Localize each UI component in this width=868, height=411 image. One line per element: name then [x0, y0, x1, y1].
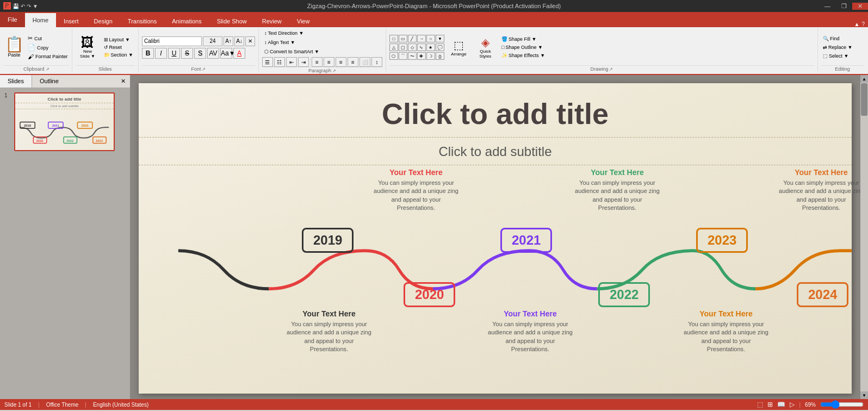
shape-outline-btn[interactable]: □Shape Outline ▼ [500, 44, 547, 51]
close-panel-btn[interactable]: ✕ [116, 75, 130, 88]
shape-star-btn[interactable]: ★ [426, 43, 435, 51]
slide-title-text[interactable]: Click to add title [171, 97, 819, 130]
arrange-btn[interactable]: ⬚ Arrange [447, 38, 471, 58]
font-color-btn[interactable]: A [233, 48, 245, 59]
cols-btn[interactable]: ⬜ [359, 57, 370, 67]
align-right-btn[interactable]: ≡ [336, 57, 346, 67]
tab-review[interactable]: Review [255, 15, 289, 27]
shape-line-btn[interactable]: ╱ [408, 35, 417, 42]
scrollbar-up-btn[interactable]: ▲ [860, 75, 868, 83]
redo-icon[interactable]: ↷ [27, 3, 31, 9]
bullets-btn[interactable]: ☰ [262, 57, 273, 67]
minimize-btn[interactable]: — [819, 3, 836, 10]
year-box-2023[interactable]: 2023 [696, 228, 748, 253]
shape-rnd-btn[interactable]: ▢ [399, 43, 407, 51]
format-painter-button[interactable]: 🖌Format Painter [26, 53, 70, 60]
layout-button[interactable]: ⊞Layout ▼ [102, 36, 135, 43]
section-button[interactable]: 📁Section ▼ [102, 52, 135, 58]
shape-curve-btn[interactable]: ∿ [417, 43, 426, 51]
tab-design[interactable]: Design [86, 15, 120, 27]
quick-styles-btn[interactable]: ◈ QuickStyles [473, 35, 498, 60]
shape-brackets-btn[interactable]: {} [436, 52, 444, 60]
bold-btn[interactable]: B [142, 48, 154, 59]
convert-smartart-btn[interactable]: ⬡Convert to SmartArt ▼ [262, 48, 321, 55]
cut-button[interactable]: ✂Cut [26, 34, 70, 42]
vertical-scrollbar[interactable]: ▲ ▼ [860, 75, 868, 399]
font-expand-icon[interactable]: ↗ [202, 67, 206, 72]
tab-home[interactable]: Home [25, 12, 56, 27]
tab-transitions[interactable]: Transitions [120, 15, 164, 27]
tab-slide-show[interactable]: Slide Show [209, 15, 255, 27]
tab-file[interactable]: File [0, 12, 25, 27]
change-case-btn[interactable]: Aa▼ [220, 48, 232, 59]
font-size-input[interactable]: 24 [203, 36, 222, 46]
align-center-btn[interactable]: ≡ [324, 57, 334, 67]
shape-flowchart-btn[interactable]: ⬡ [389, 52, 398, 60]
decrease-font-size-btn[interactable]: A↓ [234, 36, 244, 46]
justify-btn[interactable]: ≡ [348, 57, 358, 67]
shape-cross-btn[interactable]: ✚ [417, 52, 426, 60]
scrollbar-thumb[interactable] [861, 83, 867, 116]
tab-insert[interactable]: Insert [56, 15, 86, 27]
outline-tab[interactable]: Outline [32, 75, 66, 88]
tab-view[interactable]: View [289, 15, 318, 27]
year-box-2022[interactable]: 2022 [598, 282, 650, 307]
align-left-btn[interactable]: ≡ [312, 57, 323, 67]
ribbon-collapse-icon[interactable]: ▲ [854, 21, 860, 27]
font-name-input[interactable] [142, 36, 202, 46]
numbering-btn[interactable]: ☷ [274, 57, 285, 67]
underline-btn[interactable]: U [168, 48, 180, 59]
paste-button[interactable]: 📋 Paste [3, 29, 25, 65]
clear-formatting-btn[interactable]: ✕ [245, 36, 255, 46]
slide-item-1[interactable]: 1 Click to add title Click to add subtit… [4, 92, 126, 151]
maximize-btn[interactable]: ❐ [836, 3, 852, 10]
paragraph-expand-icon[interactable]: ↗ [332, 68, 336, 73]
tab-animations[interactable]: Animations [164, 15, 209, 27]
shape-tri-btn[interactable]: △ [389, 43, 398, 51]
shape-wave-btn[interactable]: 〜 [408, 52, 417, 60]
slide-canvas[interactable]: Click to add title Click to add subtitle [139, 83, 852, 394]
view-sorter-btn[interactable]: ⊞ [767, 401, 773, 408]
zoom-slider[interactable] [820, 402, 864, 407]
copy-button[interactable]: 📄Copy [26, 43, 70, 52]
new-slide-button[interactable]: 🖼 NewSlide ▼ [76, 35, 100, 60]
year-box-2020[interactable]: 2020 [404, 282, 455, 307]
help-icon[interactable]: ? [861, 21, 865, 27]
shape-fill-btn[interactable]: 🪣Shape Fill ▼ [500, 36, 547, 42]
shape-rect2-btn[interactable]: ▭ [399, 35, 407, 42]
view-slideshow-btn[interactable]: ▷ [790, 401, 795, 408]
shadow-btn[interactable]: S [194, 48, 206, 59]
save-icon[interactable]: 💾 [13, 3, 19, 9]
drawing-expand-icon[interactable]: ↗ [609, 67, 613, 72]
slide-subtitle-placeholder[interactable]: Click to add subtitle [139, 138, 852, 165]
shape-effects-btn[interactable]: ✨Shape Effects ▼ [500, 52, 547, 59]
slide-thumbnail-1[interactable]: Click to add title Click to add subtitle… [14, 92, 115, 151]
year-box-2021[interactable]: 2021 [500, 228, 552, 253]
select-btn[interactable]: ⬚Select ▼ [821, 53, 864, 59]
italic-btn[interactable]: I [155, 48, 167, 59]
year-box-2019[interactable]: 2019 [302, 228, 354, 253]
shape-bend-btn[interactable]: ⌒ [399, 52, 407, 60]
slide-subtitle-text[interactable]: Click to add subtitle [171, 144, 819, 159]
customize-qat-icon[interactable]: ▼ [33, 3, 38, 9]
view-normal-btn[interactable]: ⬚ [757, 401, 763, 408]
indent-increase-btn[interactable]: ⇥ [298, 57, 309, 67]
clipboard-expand-icon[interactable]: ↗ [46, 67, 49, 72]
scrollbar-down-btn[interactable]: ▼ [860, 391, 868, 399]
shape-diamond-btn[interactable]: ◇ [408, 43, 417, 51]
shape-oval-btn[interactable]: ○ [426, 35, 435, 42]
reset-button[interactable]: ↺Reset [102, 44, 135, 51]
year-box-2024[interactable]: 2024 [797, 282, 848, 307]
shape-rect-btn[interactable]: □ [389, 35, 398, 42]
increase-font-size-btn[interactable]: A↑ [224, 36, 233, 46]
replace-btn[interactable]: ⇄Replace ▼ [821, 44, 864, 51]
shape-more-btn[interactable]: ▼ [436, 35, 444, 42]
view-reading-btn[interactable]: 📖 [777, 401, 785, 408]
undo-icon[interactable]: ↶ [21, 3, 25, 9]
shape-call-btn[interactable]: 💬 [436, 43, 444, 51]
close-btn[interactable]: ✕ [852, 3, 868, 10]
char-spacing-btn[interactable]: AV [207, 48, 219, 59]
align-text-btn[interactable]: ↕Align Text ▼ [262, 39, 297, 46]
shape-moon-btn[interactable]: ☽ [426, 52, 435, 60]
text-direction-btn[interactable]: ↕Text Direction ▼ [262, 29, 306, 37]
